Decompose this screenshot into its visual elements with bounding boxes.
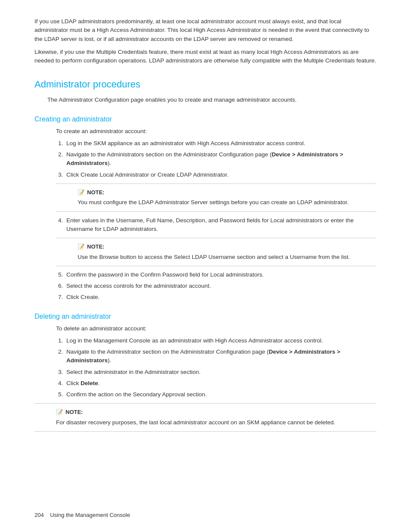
creating-note1: 📝 NOTE: You must configure the LDAP Admi… <box>56 184 377 212</box>
deleting-step-5: Confirm the action on the Secondary Appr… <box>65 390 377 399</box>
creating-note2-label: 📝 NOTE: <box>78 243 371 251</box>
creating-note2: 📝 NOTE: Use the Browse button to access … <box>56 238 377 266</box>
deleting-step-1: Log in the Management Console as an admi… <box>65 336 377 345</box>
creating-step-7: Click Create. <box>65 293 377 302</box>
deleting-steps-list: Log in the Management Console as an admi… <box>65 336 377 399</box>
note-icon-2: 📝 <box>78 243 84 251</box>
section-intro: The Administrator Configuration page ena… <box>47 96 377 104</box>
note-icon-1: 📝 <box>78 188 84 197</box>
creating-step-2: Navigate to the Administrators section o… <box>65 150 377 168</box>
creating-step-4: Enter values in the Username, Full Name,… <box>65 216 377 234</box>
creating-note2-text: Use the Browse button to access the Sele… <box>78 253 371 261</box>
creating-intro: To create an administrator account: <box>56 127 377 136</box>
creating-step-6: Select the access controls for the admin… <box>65 282 377 290</box>
deleting-heading: Deleting an administrator <box>34 311 377 322</box>
deleting-intro: To delete an administrator account: <box>56 324 377 333</box>
intro-para2: Likewise, if you use the Multiple Creden… <box>34 48 377 65</box>
creating-note1-text: You must configure the LDAP Administrato… <box>78 198 371 207</box>
deleting-step-4: Click Delete. <box>65 379 377 388</box>
creating-steps-list-3: Confirm the password in the Confirm Pass… <box>65 271 377 302</box>
creating-steps-list-2: Enter values in the Username, Full Name,… <box>65 216 377 234</box>
note-icon-3: 📝 <box>56 408 63 417</box>
page: If you use LDAP administrators predomina… <box>0 0 411 532</box>
deleting-step-3: Select the administrator in the Administ… <box>65 368 377 376</box>
footer-page-number: 204 <box>34 512 44 518</box>
deleting-note: 📝 NOTE: For disaster recovery purposes, … <box>34 403 377 432</box>
creating-steps-list: Log in the SKM appliance as an administr… <box>65 139 377 179</box>
deleting-note-label: 📝 NOTE: <box>56 408 371 417</box>
creating-heading: Creating an administrator <box>34 114 377 124</box>
creating-step-5: Confirm the password in the Confirm Pass… <box>65 271 377 279</box>
deleting-step-2: Navigate to the Administrator section on… <box>65 348 377 365</box>
footer-text: Using the Management Console <box>50 512 130 518</box>
section-heading: Administrator procedures <box>34 77 377 91</box>
creating-note1-label: 📝 NOTE: <box>78 188 371 197</box>
creating-step-1: Log in the SKM appliance as an administr… <box>65 139 377 148</box>
intro-para1: If you use LDAP administrators predomina… <box>34 17 377 44</box>
deleting-note-text: For disaster recovery purposes, the last… <box>56 418 371 427</box>
footer: 204 Using the Management Console <box>34 511 130 520</box>
creating-step-3: Click Create Local Administrator or Crea… <box>65 171 377 179</box>
